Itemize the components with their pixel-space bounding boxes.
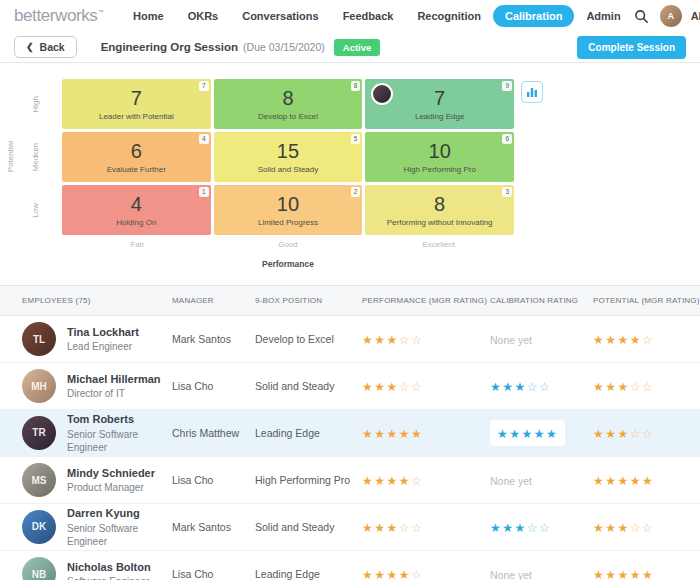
ninebox-cell-9[interactable]: 97Leading Edge (365, 79, 514, 129)
cell-position-badge: 9 (502, 81, 512, 91)
cell-position-badge: 8 (351, 81, 361, 91)
x-label-good: Good (213, 240, 364, 249)
ninebox-cell-2[interactable]: 210Limited Progress (214, 185, 363, 235)
table-row[interactable]: MSMindy SchniederProduct ManagerLisa Cho… (0, 457, 700, 504)
table-row[interactable]: TLTina LockhartLead EngineerMark SantosD… (0, 316, 700, 363)
employee-avatar[interactable] (371, 83, 393, 105)
nav-item-admin[interactable]: Admin (574, 5, 632, 27)
back-button[interactable]: ❮ Back (14, 36, 77, 58)
table-row[interactable]: MHMichael HillermanDirector of ITLisa Ch… (0, 363, 700, 410)
col-potential-rating: POTENTIAL (MGR RATING) (593, 296, 700, 305)
cell-position-badge: 1 (199, 187, 209, 197)
employee-cell: TLTina LockhartLead Engineer (0, 322, 172, 356)
cell-label: Solid and Steady (258, 165, 319, 174)
cell-label: Leader with Potential (99, 112, 174, 121)
employee-name: Tom Roberts (67, 412, 172, 426)
table-body: TLTina LockhartLead EngineerMark SantosD… (0, 316, 700, 580)
performance-rating-cell: ★★★☆☆ (362, 330, 490, 348)
nav-item-recognition[interactable]: Recognition (405, 5, 493, 27)
cell-label: Limited Progress (258, 218, 318, 227)
cell-count: 6 (131, 141, 142, 161)
performance-rating-cell: ★★★★☆ (362, 471, 490, 489)
nav-item-feedback[interactable]: Feedback (331, 5, 406, 27)
performance-rating: ★★★★☆ (362, 568, 423, 580)
table-row[interactable]: DKDarren KyungSenior Software EngineerMa… (0, 504, 700, 551)
ninebox-cell-8[interactable]: 88Develop to Excel (214, 79, 363, 129)
user-name[interactable]: Alice (691, 10, 700, 22)
chevron-left-icon: ❮ (26, 43, 34, 52)
x-label-excellent: Excellent (363, 240, 514, 249)
calibration-rating-cell: None yet (490, 565, 593, 580)
table-row[interactable]: TRTom RobertsSenior Software EngineerChr… (0, 410, 700, 457)
cell-count: 10 (277, 194, 299, 214)
x-axis-title: Performance (62, 259, 514, 269)
y-axis-labels: HighMediumLow (28, 79, 42, 238)
calibration-rating[interactable]: ★★★☆☆ (490, 380, 551, 394)
trademark-mark: ™ (97, 9, 103, 15)
employee-role: Product Manager (67, 481, 155, 494)
table-row[interactable]: NBNicholas BoltonSoftware EngineerLisa C… (0, 551, 700, 580)
search-icon[interactable] (633, 7, 651, 25)
calibration-none-label: None yet (490, 334, 532, 346)
calibration-none-label: None yet (490, 569, 532, 580)
nav-item-calibration[interactable]: Calibration (493, 5, 574, 27)
calibration-rating-box[interactable]: ★★★★★ (490, 420, 565, 446)
employee-cell: TRTom RobertsSenior Software Engineer (0, 412, 172, 453)
distribution-view-button[interactable] (521, 81, 543, 103)
ninebox-cell-1[interactable]: 14Holding On (62, 185, 211, 235)
user-avatar[interactable]: A (660, 5, 682, 27)
employee-name: Nicholas Bolton (67, 560, 151, 574)
y-label-low: Low (28, 185, 42, 235)
complete-session-button[interactable]: Complete Session (577, 36, 686, 59)
ninebox-cell-4[interactable]: 46Evaluate Further (62, 132, 211, 182)
employee-role: Lead Engineer (67, 340, 139, 353)
employee-cell: MSMindy SchniederProduct Manager (0, 463, 172, 497)
calibration-none-label: None yet (490, 475, 532, 487)
ninebox-position: Leading Edge (255, 568, 362, 580)
potential-rating: ★★★☆☆ (593, 427, 654, 441)
employee-avatar: DK (22, 510, 56, 544)
manager-name: Mark Santos (172, 333, 255, 345)
cell-count: 7 (131, 88, 142, 108)
potential-rating-cell: ★★★☆☆ (593, 518, 700, 536)
manager-name: Lisa Cho (172, 380, 255, 392)
nav-item-okrs[interactable]: OKRs (176, 5, 231, 27)
potential-rating: ★★★☆☆ (593, 380, 654, 394)
employee-cell: NBNicholas BoltonSoftware Engineer (0, 557, 172, 580)
calibration-rating[interactable]: ★★★☆☆ (490, 521, 551, 535)
employee-role: Director of IT (67, 387, 161, 400)
ninebox-cell-5[interactable]: 515Solid and Steady (214, 132, 363, 182)
table-header: EMPLOYEES (75)MANAGER9-BOX POSITIONPERFO… (0, 286, 700, 316)
employee-cell: MHMichael HillermanDirector of IT (0, 369, 172, 403)
manager-name: Mark Santos (172, 521, 255, 533)
calibration-rating[interactable]: ★★★★★ (497, 427, 558, 441)
potential-rating: ★★★★☆ (593, 333, 654, 347)
ninebox-cell-6[interactable]: 610High Performing Pro (365, 132, 514, 182)
employee-table: EMPLOYEES (75)MANAGER9-BOX POSITIONPERFO… (0, 285, 700, 580)
employee-name: Michael Hillerman (67, 372, 161, 386)
cell-label: Performing without Innovating (387, 218, 493, 227)
ninebox-cell-3[interactable]: 38Performing without Innovating (365, 185, 514, 235)
performance-rating: ★★★☆☆ (362, 333, 423, 347)
calibration-rating-cell: None yet (490, 471, 593, 489)
cell-position-badge: 7 (199, 81, 209, 91)
employee-avatar: MS (22, 463, 56, 497)
employee-avatar: TL (22, 322, 56, 356)
cell-count: 8 (282, 88, 293, 108)
cell-count: 4 (131, 194, 142, 214)
session-title: Engineering Org Session (101, 41, 238, 53)
ninebox-cell-7[interactable]: 77Leader with Potential (62, 79, 211, 129)
potential-rating: ★★★★★ (593, 474, 654, 488)
employee-avatar: NB (22, 557, 56, 580)
potential-rating: ★★★★★ (593, 568, 654, 580)
employee-role: Senior Software Engineer (67, 522, 172, 548)
performance-rating-cell: ★★★☆☆ (362, 377, 490, 395)
cell-label: Leading Edge (415, 112, 464, 121)
manager-name: Chris Matthew (172, 427, 255, 439)
y-label-medium: Medium (28, 132, 42, 182)
cell-label: Holding On (116, 218, 156, 227)
nav-item-home[interactable]: Home (121, 5, 176, 27)
betterworks-logo: betterworks™ (14, 6, 103, 26)
calibration-rating-cell: ★★★★★ (490, 420, 593, 446)
nav-item-conversations[interactable]: Conversations (230, 5, 330, 27)
